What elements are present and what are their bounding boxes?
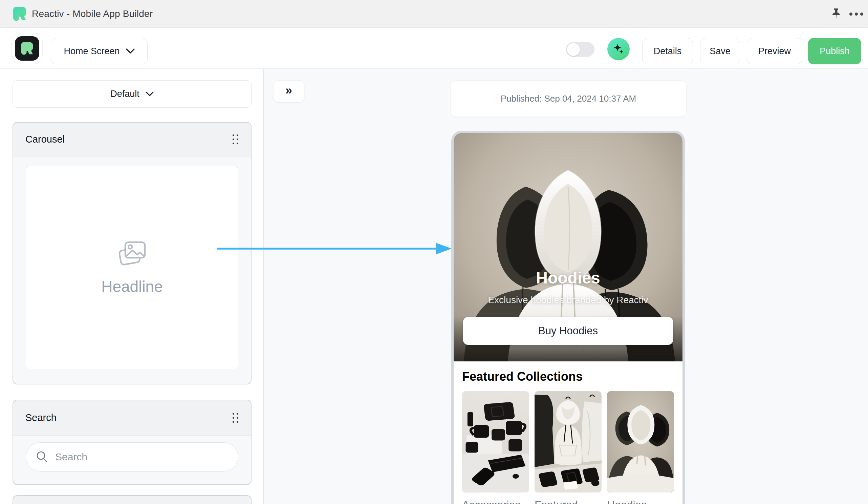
template-selector-dropdown[interactable]: Default bbox=[12, 80, 251, 108]
carousel-card-title: Carousel bbox=[25, 134, 65, 145]
carousel-component-card[interactable]: Carousel Headline bbox=[12, 122, 251, 384]
preview-mode-toggle[interactable] bbox=[566, 42, 595, 57]
magnifier-icon bbox=[35, 451, 49, 463]
details-button[interactable]: Details bbox=[642, 38, 693, 64]
chevron-down-icon bbox=[146, 91, 154, 97]
template-selector-label: Default bbox=[110, 89, 140, 99]
hoodies-thumbnail-image bbox=[607, 391, 674, 493]
carousel-image-placeholder[interactable]: Headline bbox=[26, 166, 238, 369]
hero-subtitle: Exclusive hoodies branded by Reactiv bbox=[488, 295, 648, 305]
screen-selector-dropdown[interactable]: Home Screen bbox=[51, 38, 148, 64]
window-title: Reactiv - Mobile App Builder bbox=[32, 0, 153, 28]
carousel-headline-placeholder: Headline bbox=[101, 278, 163, 296]
phone-preview-frame[interactable]: Hoodies Exclusive hoodies branded by Rea… bbox=[451, 131, 685, 504]
drag-handle-icon[interactable] bbox=[232, 134, 239, 145]
toggle-knob bbox=[567, 43, 580, 56]
featured-thumbnail-image bbox=[535, 391, 602, 493]
chevron-down-icon bbox=[126, 49, 135, 54]
hero-carousel-slide: Hoodies Exclusive hoodies branded by Rea… bbox=[454, 133, 682, 361]
featured-collections-heading: Featured Collections bbox=[462, 370, 674, 384]
drag-handle-icon[interactable] bbox=[232, 413, 239, 423]
save-button[interactable]: Save bbox=[700, 38, 740, 64]
publish-button[interactable]: Publish bbox=[808, 38, 861, 64]
collection-thumb-accessories[interactable] bbox=[462, 391, 529, 493]
ai-assistant-button[interactable] bbox=[607, 38, 630, 60]
pin-icon[interactable] bbox=[829, 7, 844, 21]
accessories-thumbnail-image bbox=[462, 391, 529, 493]
published-status-text: Published: Sep 04, 2024 10:37 AM bbox=[501, 93, 636, 104]
image-placeholder-icon bbox=[116, 240, 148, 268]
collection-labels-row: Accessories Featured Hoodies bbox=[462, 498, 674, 504]
published-status-banner: Published: Sep 04, 2024 10:37 AM bbox=[450, 80, 686, 117]
search-input[interactable] bbox=[55, 451, 218, 463]
screen-selector-label: Home Screen bbox=[64, 46, 120, 57]
collection-thumb-hoodies[interactable] bbox=[607, 391, 674, 493]
collection-label[interactable]: Accessories bbox=[462, 498, 529, 504]
collapse-sidebar-button[interactable]: » bbox=[273, 80, 304, 103]
carousel-card-header: Carousel bbox=[13, 123, 251, 157]
hero-title: Hoodies bbox=[536, 269, 600, 287]
hero-text-overlay: Hoodies Exclusive hoodies branded by Rea… bbox=[454, 133, 682, 361]
collection-thumbnails-row bbox=[462, 391, 674, 493]
search-input-preview[interactable] bbox=[26, 442, 238, 472]
featured-collections-section: Featured Collections bbox=[454, 361, 682, 504]
double-chevron-right-icon: » bbox=[286, 83, 292, 98]
app-icon[interactable] bbox=[11, 33, 43, 64]
next-component-card-partial[interactable] bbox=[12, 495, 251, 504]
reactiv-logo-icon bbox=[12, 7, 27, 21]
sparkles-icon bbox=[612, 42, 625, 56]
search-card-title: Search bbox=[25, 412, 56, 423]
buy-hoodies-button[interactable]: Buy Hoodies bbox=[463, 317, 673, 345]
app-icon-square bbox=[15, 36, 39, 61]
collection-label[interactable]: Featured bbox=[535, 498, 602, 504]
search-card-header: Search bbox=[13, 400, 251, 436]
window-titlebar: Reactiv - Mobile App Builder bbox=[0, 0, 868, 28]
search-component-card[interactable]: Search bbox=[12, 400, 251, 485]
collection-thumb-featured[interactable] bbox=[535, 391, 602, 493]
collection-label[interactable]: Hoodies bbox=[607, 498, 674, 504]
preview-button[interactable]: Preview bbox=[747, 38, 802, 64]
more-options-ellipsis-icon[interactable] bbox=[847, 7, 865, 21]
sidebar-divider bbox=[263, 69, 264, 504]
